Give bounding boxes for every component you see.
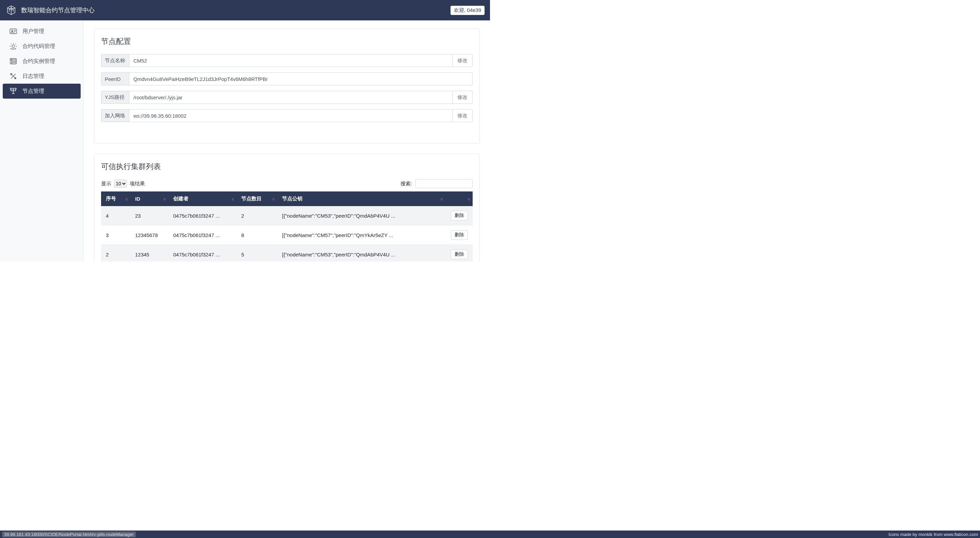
show-prefix: 显示 (101, 181, 111, 186)
app-title: 数瑞智能合约节点管理中心 (21, 6, 450, 14)
cell-seq: 2 (101, 245, 130, 262)
label-network: 加入网络 (101, 109, 129, 122)
label-nodename: 节点名称 (101, 54, 129, 67)
sort-icon: ↑↓ (440, 197, 442, 201)
show-suffix: 项结果 (130, 181, 145, 186)
cell-count: 2 (237, 206, 277, 225)
btn-network-modify[interactable]: 修改 (452, 109, 473, 122)
table-row: 4230475c7b061f3247 ...2[{"nodeName":"CM5… (101, 206, 473, 225)
th-actions[interactable]: ↑↓ (445, 192, 473, 206)
sort-icon: ↑↓ (163, 197, 165, 201)
th-creator[interactable]: 创建者↑↓ (169, 192, 237, 206)
search-label: 搜索: (401, 181, 412, 186)
cell-creator: 0475c7b061f3247 ... (169, 206, 237, 225)
cell-id: 23 (130, 206, 169, 225)
svg-point-7 (13, 88, 14, 89)
table-row: 2123450475c7b061f3247 ...5[{"nodeName":"… (101, 245, 473, 262)
input-yjs[interactable] (129, 91, 452, 104)
input-peerid[interactable] (129, 73, 473, 86)
cell-pubkey: [{"nodeName":"CM53","peerID":"QmdAbP4V4U… (277, 245, 445, 262)
sidebar-item-instance[interactable]: 合约实例管理 (3, 54, 81, 69)
th-id[interactable]: ID↑↓ (130, 192, 169, 206)
sidebar-item-label: 日志管理 (22, 73, 44, 80)
th-pubkey[interactable]: 节点公钥↑↓ (277, 192, 445, 206)
sidebar: 用户管理 合约代码管理 合约实例管理 日志管理 节点管理 (0, 21, 84, 262)
config-row-nodename: 节点名称 修改 (101, 54, 473, 67)
input-nodename[interactable] (129, 54, 452, 67)
sort-icon: ↑↓ (468, 197, 469, 201)
search-control: 搜索: (401, 179, 473, 188)
cluster-card: 可信执行集群列表 显示 10 项结果 搜索: 序号 (94, 154, 480, 262)
config-row-yjs: YJS路径 修改 (101, 91, 473, 104)
svg-point-2 (12, 45, 14, 48)
table-header-row: 序号↑↓ ID↑↓ 创建者↑↓ 节点数目↑↓ 节点公钥↑↓ ↑↓ (101, 192, 473, 206)
node-config-title: 节点配置 (101, 37, 473, 47)
cell-id: 12345 (130, 245, 169, 262)
cell-seq: 3 (101, 225, 130, 245)
sidebar-item-label: 节点管理 (22, 88, 44, 95)
config-row-network: 加入网络 修改 (101, 109, 473, 122)
table-row: 3123456780475c7b061f3247 ...8[{"nodeName… (101, 225, 473, 245)
cell-actions: 删除 (445, 206, 473, 225)
cell-actions: 删除 (445, 245, 473, 262)
cluster-title: 可信执行集群列表 (101, 162, 473, 172)
user-manage-icon (9, 27, 18, 36)
cell-seq: 4 (101, 206, 130, 225)
input-network[interactable] (129, 109, 452, 122)
cell-pubkey: [{"nodeName":"CM53","peerID":"QmdAbP4V4U… (277, 206, 445, 225)
label-yjs: YJS路径 (101, 91, 129, 104)
sidebar-item-node[interactable]: 节点管理 (3, 84, 81, 98)
gear-code-icon (9, 42, 18, 51)
btn-yjs-modify[interactable]: 修改 (452, 91, 473, 104)
instance-icon (9, 57, 18, 66)
table-controls: 显示 10 项结果 搜索: (101, 179, 473, 188)
sidebar-item-log[interactable]: 日志管理 (3, 69, 81, 84)
sidebar-item-label: 用户管理 (22, 28, 44, 35)
sidebar-item-user[interactable]: 用户管理 (3, 24, 81, 39)
delete-button[interactable]: 删除 (451, 230, 468, 240)
node-config-card: 节点配置 节点名称 修改 PeerID YJS路径 修改 加入网络 修改 (94, 29, 480, 143)
delete-button[interactable]: 删除 (451, 250, 468, 259)
cell-creator: 0475c7b061f3247 ... (169, 225, 237, 245)
th-count[interactable]: 节点数目↑↓ (237, 192, 277, 206)
cell-id: 12345678 (130, 225, 169, 245)
length-control: 显示 10 项结果 (101, 179, 145, 188)
page-size-select[interactable]: 10 (114, 179, 127, 188)
cell-pubkey: [{"nodeName":"CM57","peerID":"QmYkAr5eZY… (277, 225, 445, 245)
cell-actions: 删除 (445, 225, 473, 245)
label-peerid: PeerID (101, 73, 129, 86)
node-icon (9, 87, 18, 95)
tools-icon (9, 72, 18, 81)
top-header: 数瑞智能合约节点管理中心 欢迎, 04e39 (0, 0, 490, 21)
svg-point-6 (10, 88, 11, 89)
app-logo-icon (5, 5, 17, 16)
cluster-table: 序号↑↓ ID↑↓ 创建者↑↓ 节点数目↑↓ 节点公钥↑↓ ↑↓ 4230475… (101, 192, 473, 262)
main-content: 节点配置 节点名称 修改 PeerID YJS路径 修改 加入网络 修改 (84, 21, 490, 262)
sort-icon: ↑↓ (125, 197, 127, 201)
btn-nodename-modify[interactable]: 修改 (452, 54, 473, 67)
config-row-peerid: PeerID (101, 73, 473, 86)
sort-icon: ↑↓ (272, 197, 274, 201)
svg-point-1 (11, 30, 13, 32)
cell-count: 8 (237, 225, 277, 245)
svg-point-8 (15, 88, 16, 89)
sidebar-item-label: 合约代码管理 (22, 43, 55, 50)
sort-icon: ↑↓ (231, 197, 233, 201)
welcome-badge: 欢迎, 04e39 (450, 6, 485, 15)
sidebar-item-code[interactable]: 合约代码管理 (3, 39, 81, 54)
delete-button[interactable]: 删除 (451, 211, 468, 221)
th-seq[interactable]: 序号↑↓ (101, 192, 130, 206)
cell-count: 5 (237, 245, 277, 262)
search-input[interactable] (415, 179, 473, 188)
cell-creator: 0475c7b061f3247 ... (169, 245, 237, 262)
sidebar-item-label: 合约实例管理 (22, 58, 55, 65)
